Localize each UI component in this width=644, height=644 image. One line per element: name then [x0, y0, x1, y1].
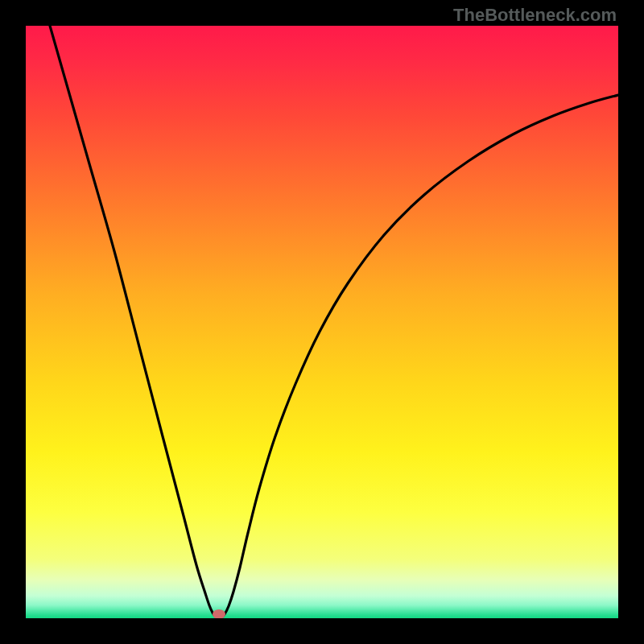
curve-layer	[26, 26, 618, 618]
plot-area	[26, 26, 618, 618]
chart-frame: TheBottleneck.com	[0, 0, 644, 644]
watermark-text: TheBottleneck.com	[453, 5, 617, 26]
bottleneck-curve	[50, 26, 618, 618]
minimum-marker	[213, 609, 225, 618]
